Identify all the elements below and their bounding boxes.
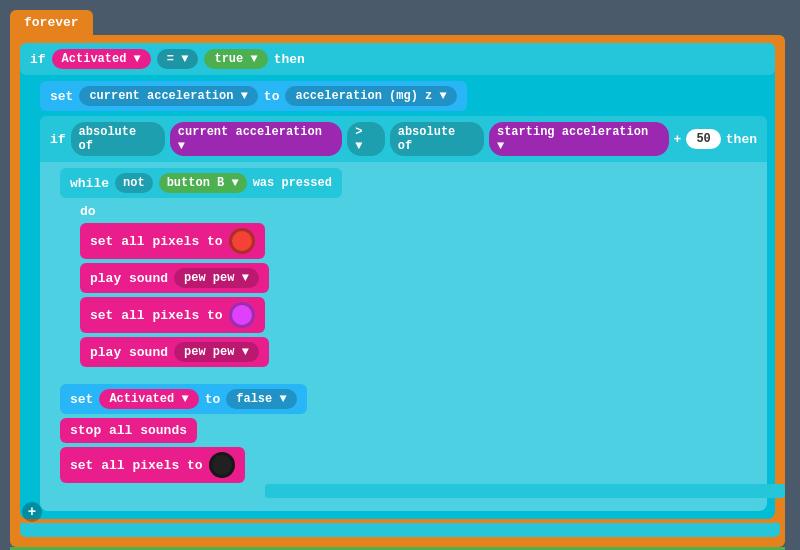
play-sound-label-2: play sound	[90, 345, 168, 360]
bottom-plus: +	[22, 502, 42, 522]
stop-sounds-block: stop all sounds	[60, 418, 197, 443]
pew-pew-pill-2[interactable]: pew pew ▼	[174, 342, 259, 362]
absolute-of-label-1: absolute of	[71, 122, 165, 156]
play-sound-label-1: play sound	[90, 271, 168, 286]
then-keyword-2: then	[726, 132, 757, 147]
equals-pill[interactable]: = ▼	[157, 49, 199, 69]
bottom-bar-forever	[20, 523, 780, 537]
do-body: do set all pixels to	[60, 198, 759, 379]
was-pressed-text: was pressed	[253, 176, 332, 190]
absolute-of-label-2: absolute of	[390, 122, 484, 156]
pew-pew-pill-1[interactable]: pew pew ▼	[174, 268, 259, 288]
stop-sounds-label: stop all sounds	[70, 423, 187, 438]
if-keyword-2: if	[50, 132, 66, 147]
if-body-1: set current acceleration ▼ to accelerati…	[20, 75, 775, 519]
set-pixels-purple-block: set all pixels to	[80, 297, 265, 333]
bottom-right-bar	[265, 484, 785, 498]
activated-pill-2[interactable]: Activated ▼	[99, 389, 198, 409]
set-keyword-2: set	[70, 392, 93, 407]
if-body-2: while not button B ▼ was pressed do	[40, 162, 767, 511]
while-header: while not button B ▼ was pressed	[60, 168, 342, 198]
while-keyword: while	[70, 176, 109, 191]
black-circle[interactable]	[209, 452, 235, 478]
acceleration-pill[interactable]: acceleration (mg) z ▼	[285, 86, 456, 106]
set-acc-block: set current acceleration ▼ to accelerati…	[40, 81, 467, 111]
if-header-1: if Activated ▼ = ▼ true ▼ then	[20, 43, 775, 75]
do-keyword: do	[80, 204, 751, 219]
if-keyword-1: if	[30, 52, 46, 67]
true-pill[interactable]: true ▼	[204, 49, 267, 69]
play-sound-1-block: play sound pew pew ▼	[80, 263, 269, 293]
plus-label: +	[674, 132, 682, 147]
if-block-2: if absolute of current acceleration ▼ > …	[40, 116, 767, 511]
set-pixels-red-block: set all pixels to	[80, 223, 265, 259]
if-block-1: if Activated ▼ = ▼ true ▼ then set curre…	[20, 43, 775, 519]
red-circle[interactable]	[229, 228, 255, 254]
purple-circle[interactable]	[229, 302, 255, 328]
play-sound-2-block: play sound pew pew ▼	[80, 337, 269, 367]
then-keyword-1: then	[274, 52, 305, 67]
set-keyword: set	[50, 89, 73, 104]
while-section: while not button B ▼ was pressed do	[60, 168, 759, 379]
false-pill[interactable]: false ▼	[226, 389, 296, 409]
current-acc-pill[interactable]: current acceleration ▼	[79, 86, 257, 106]
set-pixels-label-2: set all pixels to	[90, 308, 223, 323]
if-header-2: if absolute of current acceleration ▼ > …	[40, 116, 767, 162]
main-container: forever if Activated ▼ = ▼ true ▼ then	[10, 10, 785, 550]
forever-body: if Activated ▼ = ▼ true ▼ then set curre…	[10, 35, 785, 547]
starting-acc-pill[interactable]: starting acceleration ▼	[489, 122, 669, 156]
add-button-2[interactable]: +	[22, 502, 42, 522]
activated-pill[interactable]: Activated ▼	[52, 49, 151, 69]
workspace: forever if Activated ▼ = ▼ true ▼ then	[0, 0, 800, 550]
fifty-pill[interactable]: 50	[686, 129, 720, 149]
not-pill: not	[115, 173, 153, 193]
set-pixels-label-3: set all pixels to	[70, 458, 203, 473]
gt-pill[interactable]: > ▼	[347, 122, 384, 156]
set-pixels-label-1: set all pixels to	[90, 234, 223, 249]
if-outer-1: if Activated ▼ = ▼ true ▼ then set curre…	[20, 43, 775, 519]
current-acc2-pill[interactable]: current acceleration ▼	[170, 122, 343, 156]
set-pixels-black-block: set all pixels to	[60, 447, 245, 483]
forever-label: forever	[10, 10, 93, 35]
set-activated-block: set Activated ▼ to false ▼	[60, 384, 307, 414]
to-keyword: to	[264, 89, 280, 104]
button-b-pill[interactable]: button B ▼	[159, 173, 247, 193]
to-keyword-2: to	[205, 392, 221, 407]
